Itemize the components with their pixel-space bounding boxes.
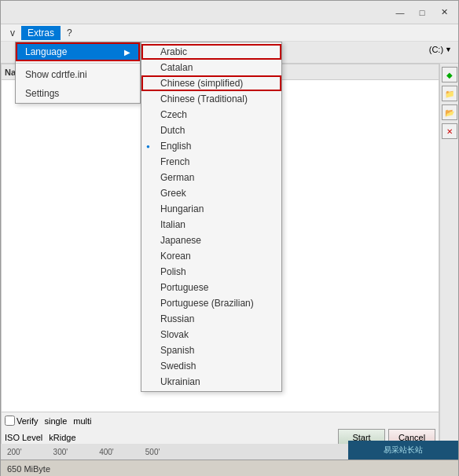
english-label: English <box>160 141 191 152</box>
lang-item-arabic[interactable]: Arabic <box>141 44 281 60</box>
extras-menu-item[interactable]: Extras <box>21 26 61 40</box>
hungarian-label: Hungarian <box>160 203 204 214</box>
dutch-label: Dutch <box>160 125 185 136</box>
lang-item-swedish[interactable]: Swedish <box>141 358 281 374</box>
lang-item-korean[interactable]: Korean <box>141 248 281 264</box>
russian-label: Russian <box>160 313 194 324</box>
help-menu-item[interactable]: ? <box>61 26 79 40</box>
korean-label: Korean <box>160 251 191 262</box>
chinese-traditional-label: Chinese (Traditional) <box>160 93 248 104</box>
lang-item-portuguese-br[interactable]: Portuguese (Brazilian) <box>141 295 281 311</box>
lang-item-slovak[interactable]: Slovak <box>141 327 281 342</box>
title-bar: — □ ✕ <box>1 1 458 24</box>
french-label: French <box>160 156 189 167</box>
spanish-label: Spanish <box>160 345 194 356</box>
menu-separator <box>16 63 140 64</box>
language-label: Language <box>25 46 67 57</box>
minimize-button[interactable]: — <box>389 4 411 21</box>
settings-label: Settings <box>25 88 59 99</box>
polish-label: Polish <box>160 266 186 277</box>
language-submenu: Arabic Catalan Chinese (simplified) Chin… <box>141 42 282 392</box>
app-content: (C:) ▼ Name Verify single <box>1 42 458 476</box>
slovak-label: Slovak <box>160 329 189 340</box>
lang-item-german[interactable]: German <box>141 170 281 185</box>
portuguese-br-label: Portuguese (Brazilian) <box>160 298 254 309</box>
lang-item-catalan[interactable]: Catalan <box>141 60 281 75</box>
chinese-simplified-label: Chinese (simplified) <box>160 78 243 89</box>
main-window: — □ ✕ v Extras ? (C:) ▼ Name <box>0 0 459 476</box>
submenu-arrow-icon: ▶ <box>124 48 130 57</box>
settings-menu-item[interactable]: Settings <box>16 84 140 103</box>
ukrainian-label: Ukrainian <box>160 376 200 387</box>
lang-item-czech[interactable]: Czech <box>141 107 281 123</box>
lang-item-russian[interactable]: Russian <box>141 311 281 327</box>
lang-item-spanish[interactable]: Spanish <box>141 342 281 358</box>
greek-label: Greek <box>160 188 186 199</box>
v-menu-item[interactable]: v <box>4 26 21 40</box>
lang-item-english[interactable]: English <box>141 138 281 154</box>
arabic-label: Arabic <box>160 46 187 57</box>
show-cdrtfe-label: Show cdrtfe.ini <box>25 69 87 80</box>
portuguese-label: Portuguese <box>160 282 208 293</box>
dropdown-overlay: Language ▶ Show cdrtfe.ini Settings Arab… <box>1 42 458 476</box>
lang-item-ukrainian[interactable]: Ukrainian <box>141 374 281 390</box>
lang-item-italian[interactable]: Italian <box>141 217 281 233</box>
swedish-label: Swedish <box>160 361 196 372</box>
lang-item-polish[interactable]: Polish <box>141 264 281 280</box>
lang-item-chinese-traditional[interactable]: Chinese (Traditional) <box>141 91 281 107</box>
catalan-label: Catalan <box>160 62 193 73</box>
lang-item-portuguese[interactable]: Portuguese <box>141 280 281 295</box>
lang-item-french[interactable]: French <box>141 154 281 170</box>
lang-item-japanese[interactable]: Japanese <box>141 233 281 248</box>
lang-item-chinese-simplified[interactable]: Chinese (simplified) <box>141 75 281 91</box>
menubar: v Extras ? <box>1 24 458 42</box>
lang-item-hungarian[interactable]: Hungarian <box>141 201 281 217</box>
extras-popup-menu: Language ▶ Show cdrtfe.ini Settings <box>15 42 141 104</box>
maximize-button[interactable]: □ <box>411 4 433 21</box>
close-button[interactable]: ✕ <box>433 4 455 21</box>
language-menu-item[interactable]: Language ▶ <box>16 42 140 61</box>
show-cdrtfe-menu-item[interactable]: Show cdrtfe.ini <box>16 65 140 84</box>
german-label: German <box>160 172 194 183</box>
lang-item-greek[interactable]: Greek <box>141 185 281 201</box>
czech-label: Czech <box>160 109 187 120</box>
japanese-label: Japanese <box>160 235 201 246</box>
lang-item-dutch[interactable]: Dutch <box>141 123 281 138</box>
italian-label: Italian <box>160 219 185 230</box>
